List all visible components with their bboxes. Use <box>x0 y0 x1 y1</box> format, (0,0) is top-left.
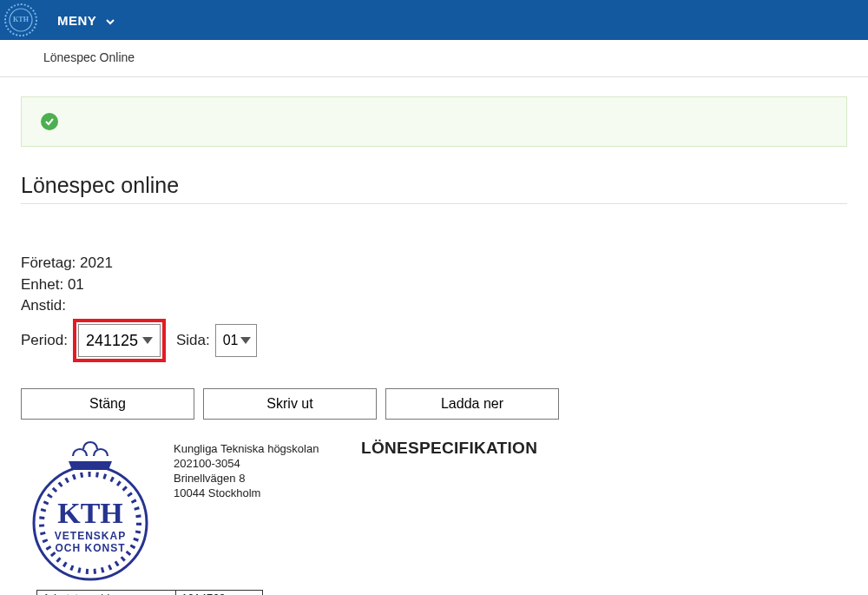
button-row: Stäng Skriv ut Ladda ner <box>21 388 847 420</box>
chevron-down-icon <box>105 15 115 25</box>
info-foretag: Företag: 2021 <box>21 253 847 274</box>
svg-text:KTH: KTH <box>13 16 30 23</box>
kth-logo-line2: VETENSKAP <box>55 530 126 542</box>
document-header: KTH VETENSKAP OCH KONST Kungliga Teknisk… <box>21 432 847 588</box>
enhet-value: 01 <box>68 276 84 293</box>
kth-small-logo: KTH <box>3 3 38 37</box>
success-banner <box>21 96 847 147</box>
table-cell-value: 1014760 <box>176 590 263 595</box>
sida-label: Sida: <box>176 330 210 352</box>
top-bar: KTH MENY <box>0 0 868 40</box>
foretag-label: Företag: <box>21 255 76 271</box>
info-anstid: Anstid: <box>21 295 847 317</box>
document-title: LÖNESPECIFIKATION <box>361 432 537 458</box>
kth-logo-line3: OCH KONST <box>56 542 126 554</box>
employer-name: Kungliga Tekniska högskolan <box>174 442 347 457</box>
menu-button[interactable]: MENY <box>57 13 115 28</box>
close-button[interactable]: Stäng <box>21 388 194 420</box>
breadcrumb: Lönespec Online <box>0 40 868 77</box>
print-button[interactable]: Skriv ut <box>203 388 377 420</box>
breadcrumb-text: Lönespec Online <box>43 50 135 64</box>
enhet-label: Enhet: <box>21 276 63 293</box>
download-button-label: Ladda ner <box>441 396 503 412</box>
period-label: Period: <box>21 330 68 352</box>
employer-orgnr: 202100-3054 <box>174 457 347 472</box>
table-row: Arbetstagarid 1014760 <box>37 590 263 595</box>
kth-big-logo: KTH VETENSKAP OCH KONST <box>21 432 160 588</box>
close-button-label: Stäng <box>89 396 126 412</box>
anstid-label: Anstid: <box>21 297 66 314</box>
sida-select[interactable]: 01 <box>215 324 257 357</box>
check-circle-icon <box>41 113 58 130</box>
print-button-label: Skriv ut <box>266 396 312 412</box>
foretag-value: 2021 <box>80 255 113 271</box>
period-highlight-box: 241125 <box>73 319 166 362</box>
menu-label: MENY <box>57 13 96 28</box>
employer-block: Kungliga Tekniska högskolan 202100-3054 … <box>174 432 347 501</box>
page-title: Lönespec online <box>21 173 847 204</box>
info-period-row: Period: 241125 Sida: 01 <box>21 319 847 362</box>
employer-address1: Brinellvägen 8 <box>174 472 347 486</box>
table-cell-label: Arbetstagarid <box>37 590 176 595</box>
employer-address2: 10044 Stockholm <box>174 486 347 501</box>
payslip-table: Arbetstagarid 1014760 <box>36 590 263 595</box>
download-button[interactable]: Ladda ner <box>385 388 559 420</box>
info-enhet: Enhet: 01 <box>21 274 847 296</box>
kth-logo-line1: KTH <box>57 497 123 529</box>
info-block: Företag: 2021 Enhet: 01 Anstid: Period: … <box>21 253 847 362</box>
period-select[interactable]: 241125 <box>78 324 161 357</box>
